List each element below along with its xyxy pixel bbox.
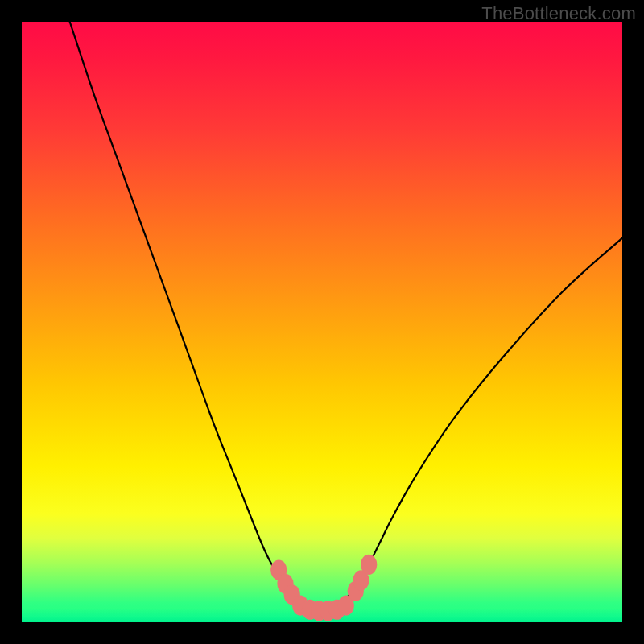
bottleneck-curve <box>70 22 622 611</box>
chart-frame: TheBottleneck.com <box>0 0 644 644</box>
chart-svg <box>22 22 622 622</box>
pink-marker <box>361 555 377 575</box>
watermark-text: TheBottleneck.com <box>481 3 636 24</box>
markers-group <box>270 555 377 621</box>
plot-area <box>22 22 622 622</box>
